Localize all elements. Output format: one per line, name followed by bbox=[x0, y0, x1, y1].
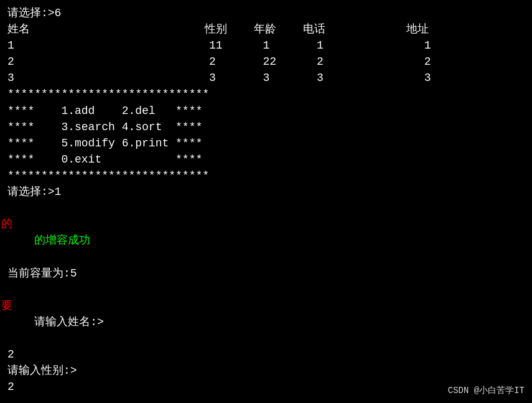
line-input-age: ( 请输入年龄:> bbox=[7, 395, 525, 403]
menu-search-sort: **** 3.search 4.sort **** bbox=[7, 119, 525, 135]
terminal: 请选择:>6 姓名 性别 年龄 电话 地址 1 11 1 1 1 2 2 22 … bbox=[0, 0, 532, 403]
table-row-1: 1 11 1 1 1 bbox=[7, 37, 525, 54]
line-select-6: 请选择:>6 bbox=[7, 5, 525, 21]
line-gender-value: 2 bbox=[7, 379, 525, 395]
side-marker-de: 的 bbox=[1, 216, 12, 232]
line-capacity: 当前容量为:5 bbox=[7, 265, 525, 282]
line-input-name: 要 请输入姓名:> bbox=[7, 282, 525, 346]
line-name-value: 2 bbox=[7, 346, 525, 363]
line-select-1: 请选择:>1 bbox=[7, 184, 525, 200]
table-row-2: 2 2 22 2 2 bbox=[7, 54, 525, 70]
side-marker-yao: 要 bbox=[1, 298, 12, 314]
menu-divider-top: ****************************** bbox=[7, 86, 525, 102]
menu-modify-print: **** 5.modify 6.print **** bbox=[7, 135, 525, 151]
menu-exit: **** 0.exit **** bbox=[7, 151, 525, 168]
line-expand-success: 的 的增容成功 bbox=[7, 200, 525, 265]
line-input-gender: 请输入性别:> bbox=[7, 363, 525, 379]
table-row-3: 3 3 3 3 3 bbox=[7, 70, 525, 86]
watermark: CSDN @小白苦学IT bbox=[448, 384, 525, 397]
table-header: 姓名 性别 年龄 电话 地址 bbox=[7, 21, 525, 37]
menu-add-del: **** 1.add 2.del **** bbox=[7, 103, 525, 119]
menu-divider-bottom: ****************************** bbox=[7, 168, 525, 184]
